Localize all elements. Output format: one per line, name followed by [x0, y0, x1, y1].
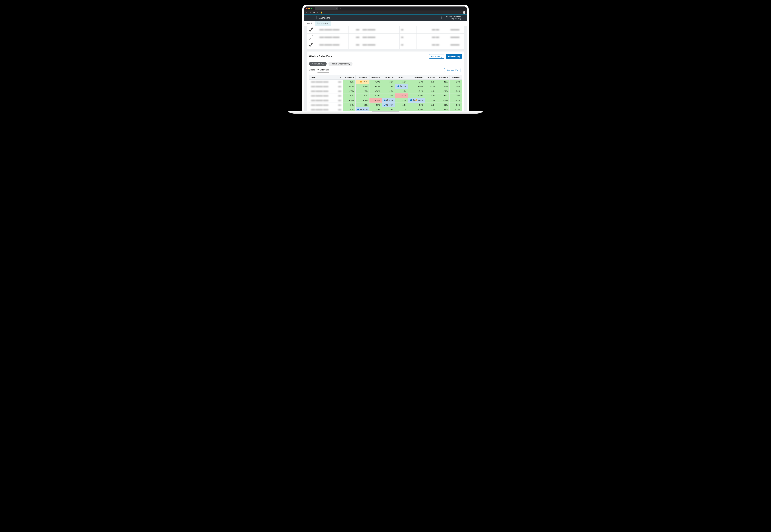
data-cell[interactable]: +2.0%: [437, 93, 449, 98]
data-cell[interactable]: -2.3%: [449, 98, 462, 103]
data-cell[interactable]: +2.0%: [382, 80, 395, 84]
data-cell[interactable]: +2.3%: [382, 93, 395, 98]
star-icon[interactable]: ☆: [459, 11, 461, 14]
data-cell[interactable]: +2.3%: [382, 107, 395, 111]
data-cell[interactable]: -2.0%: [382, 103, 395, 107]
edit-icon[interactable]: [311, 42, 313, 45]
data-cell[interactable]: +2.6%: [395, 103, 408, 107]
data-cell[interactable]: +2.0%: [343, 84, 355, 89]
edit-mapping-button[interactable]: Edit Mapping: [429, 54, 444, 59]
app-header: Dashboard Rachel Davidson Organic Valley…: [304, 15, 467, 21]
col-date: 2020/05/17: [395, 75, 408, 80]
browser-tab[interactable]: ×: [315, 7, 338, 10]
data-cell[interactable]: -2.6%: [437, 107, 449, 111]
data-cell[interactable]: -2.0%: [449, 93, 462, 98]
data-cell[interactable]: 2.9%: [395, 89, 408, 93]
profile-avatar-icon[interactable]: [463, 11, 465, 14]
data-cell[interactable]: +2.1%: [369, 93, 382, 98]
data-cell[interactable]: -2.2%: [437, 98, 449, 103]
data-cell[interactable]: -2.6%: [425, 89, 437, 93]
data-cell[interactable]: +2.9%: [355, 103, 369, 107]
data-cell[interactable]: -2.7%: [425, 93, 437, 98]
trash-icon[interactable]: [309, 45, 311, 47]
data-cell[interactable]: -2.0%: [425, 103, 437, 107]
forward-icon[interactable]: →: [309, 11, 311, 14]
status-badge-icon: [386, 99, 388, 101]
chip-include-plu[interactable]: ✓ Include PLU: [309, 62, 327, 66]
data-cell[interactable]: -2.2%: [437, 103, 449, 107]
status-badge-icon: [360, 81, 362, 83]
data-cell[interactable]: -2.6%: [395, 98, 408, 103]
trash-icon[interactable]: [309, 37, 311, 40]
data-cell[interactable]: -25.6%: [395, 93, 408, 98]
data-cell[interactable]: -2.6%: [425, 80, 437, 84]
data-cell[interactable]: -2.0%: [343, 93, 355, 98]
data-cell[interactable]: -2.0%: [437, 84, 449, 89]
window-controls[interactable]: [306, 8, 312, 9]
table-row: ■■■■ ■■■■■■■ ■■■■■■■■+2.0%+2.3%+2.1%-2.3…: [309, 84, 462, 89]
table-row: ■■■■ ■■■■■■■ ■■■■■■■■■■■■■ ■■■■■■■■■■■■ …: [307, 26, 464, 34]
data-cell[interactable]: -2.2%: [369, 107, 382, 111]
data-cell[interactable]: +2.9%: [355, 98, 369, 103]
user-menu[interactable]: Rachel Davidson Organic Valley ⌄: [446, 16, 465, 20]
data-cell[interactable]: -25.5%: [369, 98, 382, 103]
data-cell[interactable]: +2.7%: [425, 84, 437, 89]
data-cell[interactable]: +2.0%: [408, 93, 425, 98]
data-cell[interactable]: +2.4%: [343, 98, 355, 103]
data-cell[interactable]: 2.6%: [395, 84, 408, 89]
data-cell[interactable]: +2.3%: [355, 84, 369, 89]
data-cell[interactable]: -2.3%: [449, 103, 462, 107]
data-cell[interactable]: -2.0%: [449, 80, 462, 84]
data-cell[interactable]: -2.0%: [449, 84, 462, 89]
data-cell[interactable]: +2.0%: [395, 107, 408, 111]
data-cell[interactable]: +2.3%: [369, 80, 382, 84]
edit-icon[interactable]: [311, 35, 313, 37]
data-cell[interactable]: -2.1%: [408, 89, 425, 93]
trash-icon[interactable]: [309, 30, 311, 32]
data-cell[interactable]: +2.3%: [408, 98, 425, 103]
data-cell[interactable]: +2.0%: [343, 107, 355, 111]
data-cell[interactable]: +2.0%: [408, 84, 425, 89]
data-cell[interactable]: +2.2%: [437, 89, 449, 93]
tab-ingest[interactable]: Ingest: [304, 21, 315, 26]
data-cell[interactable]: -2.0%: [343, 89, 355, 93]
download-csv-button[interactable]: Download CSV: [444, 68, 460, 72]
data-cell[interactable]: +2.0%: [355, 107, 369, 111]
data-cell[interactable]: 2.2%: [437, 80, 449, 84]
view-tab-pct-difference[interactable]: % Difference: [317, 68, 329, 72]
data-cell[interactable]: +2.2%: [355, 89, 369, 93]
data-cell[interactable]: -2.0%: [382, 98, 395, 103]
data-cell[interactable]: -2.1%: [425, 107, 437, 111]
view-tab-dollars[interactable]: Dollars: [309, 68, 315, 72]
data-cell[interactable]: -2.0%: [382, 89, 395, 93]
col-date: 2020/04/19: [449, 75, 462, 80]
table-row: ■■■■ ■■■■■■■ ■■■■■■■■+2.4%+2.9%-25.5%-2.…: [309, 98, 462, 103]
data-cell[interactable]: -2.9%: [395, 80, 408, 84]
col-date: 2020/05/03: [425, 75, 437, 80]
new-tab-button[interactable]: ＋: [339, 8, 341, 10]
apps-grid-icon[interactable]: [441, 16, 443, 19]
data-cell[interactable]: +2.9%: [408, 107, 425, 111]
data-cell[interactable]: +2.0%: [343, 80, 355, 84]
data-cell[interactable]: -2.3%: [408, 103, 425, 107]
data-cell[interactable]: -2.0%: [449, 89, 462, 93]
data-cell[interactable]: -2.3%: [382, 84, 395, 89]
back-icon[interactable]: ←: [306, 11, 308, 14]
chip-product-snapshot[interactable]: Product Snapshot Only: [328, 62, 352, 66]
close-tab-icon[interactable]: ×: [336, 8, 337, 9]
data-cell[interactable]: -2.5%: [369, 103, 382, 107]
data-cell[interactable]: -2.1%: [408, 80, 425, 84]
data-cell[interactable]: +2.4%: [343, 103, 355, 107]
tab-management[interactable]: Management: [315, 21, 331, 26]
data-cell[interactable]: +2.2%: [449, 107, 462, 111]
data-cell[interactable]: +2.1%: [369, 84, 382, 89]
home-icon[interactable]: ⌂: [317, 11, 319, 14]
data-cell[interactable]: +2.3%: [355, 93, 369, 98]
reload-icon[interactable]: ⟳: [313, 11, 315, 14]
data-cell[interactable]: +2.3%: [369, 89, 382, 93]
data-cell[interactable]: -2.0%: [425, 98, 437, 103]
edit-icon[interactable]: [311, 27, 313, 30]
add-mapping-button[interactable]: Add Mapping: [446, 54, 462, 59]
data-cell[interactable]: +2.2%: [355, 80, 369, 84]
status-badge-icon: [384, 99, 385, 101]
